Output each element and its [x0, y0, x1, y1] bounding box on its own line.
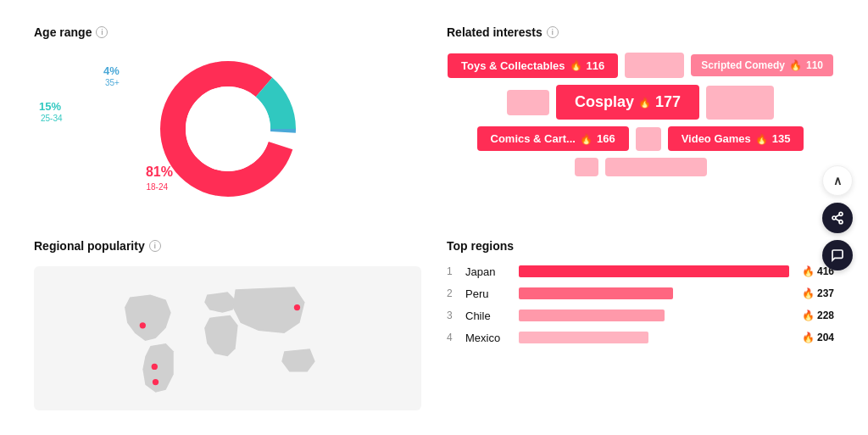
interests-title: Related interests i	[447, 25, 834, 39]
region-score-peru: 🔥 237	[796, 287, 834, 299]
label-18to24-pct: 81%	[146, 165, 173, 180]
tag-videogames-score: 135	[772, 132, 791, 145]
donut-labels: 4% 35+ 15% 25-34 81% 18-24	[34, 53, 186, 205]
tag-toys[interactable]: Toys & Collectables 🔥 116	[448, 53, 618, 78]
svg-point-7	[140, 322, 146, 328]
fire-icon-peru: 🔥	[802, 287, 815, 299]
tag-cosplay-label: Cosplay	[575, 93, 634, 111]
tag-videogames-fire: 🔥	[755, 133, 768, 145]
tag-toys-label: Toys & Collectables	[461, 59, 565, 72]
svg-line-12	[836, 215, 840, 217]
regional-label: Regional popularity	[34, 239, 145, 253]
region-rank-4: 4	[447, 332, 459, 343]
region-name-japan: Japan	[465, 265, 512, 278]
region-bar-chile	[519, 310, 665, 321]
tag-comics[interactable]: Comics & Cart... 🔥 166	[477, 126, 629, 151]
interests-section: Related interests i Toys & Collectables …	[438, 17, 843, 214]
tag-scripted-label: Scripted Comedy	[701, 59, 785, 71]
interests-row-3: Comics & Cart... 🔥 166 Video Games 🔥 135	[447, 126, 834, 151]
region-score-chile: 🔥 228	[796, 310, 834, 321]
region-rank-2: 2	[447, 287, 459, 299]
share-icon	[831, 211, 844, 225]
interests-row-4	[447, 158, 834, 176]
tag-videogames[interactable]: Video Games 🔥 135	[668, 126, 804, 151]
region-rank-3: 3	[447, 310, 459, 321]
tag-comics-fire: 🔥	[580, 133, 593, 145]
interests-info-icon[interactable]: i	[547, 26, 559, 38]
chat-icon	[831, 248, 844, 262]
region-bar-wrapper-peru	[519, 287, 789, 300]
label-25to34-pct: 15%	[39, 100, 61, 113]
tag-cosplay-score: 177	[655, 93, 681, 111]
expand-button[interactable]: ∧	[822, 165, 853, 196]
tag-placeholder-1	[625, 53, 684, 78]
tag-videogames-label: Video Games	[682, 132, 751, 145]
region-bar-wrapper-chile	[519, 309, 789, 322]
region-score-mexico: 🔥 204	[796, 332, 834, 343]
svg-point-8	[839, 212, 843, 215]
svg-point-6	[153, 379, 159, 385]
label-35plus-pct: 4%	[103, 64, 120, 77]
tag-placeholder-6	[605, 158, 707, 176]
region-name-peru: Peru	[465, 287, 512, 300]
region-bar-wrapper-mexico	[519, 331, 789, 344]
age-range-title: Age range i	[34, 25, 421, 39]
tag-cosplay[interactable]: Cosplay 🔥 177	[556, 85, 699, 120]
interests-row-2: Cosplay 🔥 177	[447, 85, 834, 120]
region-bar-peru	[519, 287, 673, 299]
donut-chart-wrapper: 4% 35+ 15% 25-34 81% 18-24	[34, 53, 421, 205]
tag-cosplay-fire: 🔥	[638, 97, 651, 109]
svg-point-3	[186, 86, 270, 171]
regional-info-icon[interactable]: i	[149, 240, 161, 252]
tag-placeholder-5	[575, 158, 598, 176]
region-name-chile: Chile	[465, 310, 512, 322]
tag-comics-score: 166	[597, 132, 615, 145]
label-25to34-range: 25-34	[41, 114, 63, 123]
label-18to24-range: 18-24	[146, 182, 168, 192]
svg-line-11	[836, 219, 840, 221]
svg-point-10	[839, 220, 843, 223]
tag-toys-score: 116	[587, 59, 605, 72]
top-regions-section: Top regions 1 Japan 🔥 416 2 Peru	[438, 231, 843, 419]
tag-placeholder-4	[636, 127, 661, 151]
svg-point-9	[832, 216, 836, 220]
svg-point-5	[152, 364, 158, 370]
regional-section: Regional popularity i	[25, 231, 430, 419]
bottom-section: Regional popularity i	[25, 231, 843, 419]
top-regions-title: Top regions	[447, 239, 834, 253]
world-map	[34, 266, 421, 410]
interests-row-1: Toys & Collectables 🔥 116 Scripted Comed…	[447, 53, 834, 78]
region-rank-1: 1	[447, 265, 459, 277]
regional-title: Regional popularity i	[34, 239, 421, 253]
tag-scripted[interactable]: Scripted Comedy 🔥 110	[691, 54, 833, 76]
tag-toys-fire: 🔥	[570, 59, 582, 71]
age-range-info-icon[interactable]: i	[96, 26, 108, 38]
age-range-section: Age range i 4% 35+ 15% 25-34 81% 18-24	[25, 17, 430, 214]
svg-point-4	[294, 304, 300, 310]
age-range-label: Age range	[34, 25, 92, 39]
interests-grid: Toys & Collectables 🔥 116 Scripted Comed…	[447, 53, 834, 176]
interests-label: Related interests	[447, 25, 542, 39]
chat-button[interactable]	[822, 240, 853, 270]
floating-buttons: ∧	[822, 165, 853, 270]
region-row-mexico: 4 Mexico 🔥 204	[447, 331, 834, 344]
tag-scripted-fire: 🔥	[789, 59, 802, 71]
region-bar-wrapper-japan	[519, 265, 789, 278]
region-bar-mexico	[519, 332, 648, 343]
tag-scripted-score: 110	[806, 59, 823, 71]
fire-icon-japan: 🔥	[802, 265, 815, 277]
tag-placeholder-3	[706, 86, 774, 120]
region-bar-japan	[519, 265, 789, 277]
region-row-peru: 2 Peru 🔥 237	[447, 287, 834, 300]
tag-placeholder-2	[507, 90, 549, 115]
fire-icon-mexico: 🔥	[802, 332, 815, 343]
region-name-mexico: Mexico	[465, 332, 512, 344]
fire-icon-chile: 🔥	[802, 310, 815, 321]
share-button[interactable]	[822, 203, 853, 233]
label-35plus-range: 35+	[105, 78, 120, 87]
region-row-chile: 3 Chile 🔥 228	[447, 309, 834, 322]
tag-comics-label: Comics & Cart...	[491, 132, 576, 145]
region-row-japan: 1 Japan 🔥 416	[447, 265, 834, 278]
map-svg	[34, 266, 421, 410]
